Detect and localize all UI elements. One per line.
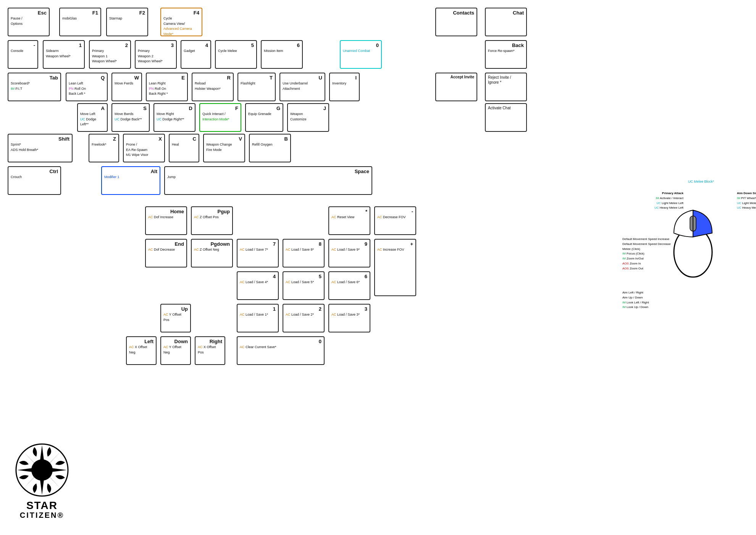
key-desc-g: Equip Grenade xyxy=(248,112,271,116)
key-space[interactable]: Space Jump xyxy=(164,166,372,195)
key-j[interactable]: J WeaponCustomize xyxy=(287,103,329,132)
key-reject-invite[interactable]: Reject Invite /Ignore * xyxy=(485,73,527,101)
key-desc-x: Prone /EA Re-SpawnM1 Wipe Visor xyxy=(126,143,148,157)
logo-text-citizen: CITIZEN® xyxy=(8,511,76,520)
key-6[interactable]: 6 Mission Item xyxy=(261,40,303,69)
key-np1[interactable]: 1 AC Load / Save 1* xyxy=(237,304,279,332)
key-a[interactable]: A Move LeftUC Dodge Left** xyxy=(77,103,108,132)
key-label-home: Home xyxy=(148,209,184,214)
key-desc-esc: Pause /Options xyxy=(11,16,23,26)
key-np-star[interactable]: * AC Reset View xyxy=(328,206,370,235)
key-1[interactable]: 1 SidearmWeapon Wheel* xyxy=(43,40,85,69)
key-chat[interactable]: Chat xyxy=(485,8,527,36)
key-backtick[interactable]: - Console xyxy=(8,40,38,69)
key-home[interactable]: Home AC Dof Increase xyxy=(145,206,187,235)
key-np2[interactable]: 2 AC Load / Save 2* xyxy=(283,304,325,332)
key-accept-invite[interactable]: Accept Invite xyxy=(435,73,477,101)
key-b[interactable]: B Refill Oxygen xyxy=(249,134,291,162)
svg-marker-5 xyxy=(39,445,45,466)
key-q[interactable]: Q Lean LeftPN Roll OnBack Left * xyxy=(66,73,108,101)
key-5[interactable]: 5 Cycle Melee xyxy=(215,40,257,69)
key-np-plus[interactable]: + AC Increase FOV xyxy=(374,239,416,296)
key-s[interactable]: S Move BwrdsUC Dodge Back** xyxy=(111,103,150,132)
key-np8[interactable]: 8 AC Load / Save 8* xyxy=(283,239,325,268)
key-3[interactable]: 3 PrimaryWeapon 2Weapon Wheel* xyxy=(135,40,177,69)
key-f2[interactable]: F2 Starmap xyxy=(106,8,148,36)
key-label-a: A xyxy=(80,105,105,111)
key-label-g: G xyxy=(248,105,280,111)
key-desc-np1: AC Load / Save 1* xyxy=(240,313,268,316)
key-u[interactable]: U Use UnderbarrelAttachment xyxy=(279,73,325,101)
key-label-np8: 8 xyxy=(286,241,321,247)
key-down[interactable]: Down AC Y Offset Neg xyxy=(160,336,191,365)
key-back[interactable]: Back Force Re-spawn* xyxy=(485,40,527,69)
key-np-minus[interactable]: - AC Decrease FOV xyxy=(374,206,416,235)
key-np7[interactable]: 7 AC Load / Save 7* xyxy=(237,239,279,268)
key-activate-chat[interactable]: Activate Chat xyxy=(485,103,527,132)
mouse-labels-left: Primary Attack IM Activate / Interact UC… xyxy=(622,191,683,211)
key-alt[interactable]: Alt Modifier 1 xyxy=(101,166,160,195)
key-np3[interactable]: 3 AC Load / Save 3* xyxy=(328,304,370,332)
key-e[interactable]: E Lean RightPN Roll OnBack Right * xyxy=(146,73,188,101)
key-end[interactable]: End AC Dof Decrease xyxy=(145,239,187,268)
key-desc-q: Lean LeftPN Roll OnBack Left * xyxy=(69,81,86,96)
key-label-back: Back xyxy=(488,42,524,48)
key-i[interactable]: I Inventory xyxy=(329,73,360,101)
key-desc-np0: AC Clear Current Save* xyxy=(240,345,276,349)
key-label-x: X xyxy=(126,136,162,142)
key-np9[interactable]: 9 AC Load / Save 9* xyxy=(328,239,370,268)
key-c[interactable]: C Heal xyxy=(169,134,199,162)
key-x[interactable]: X Prone /EA Re-SpawnM1 Wipe Visor xyxy=(123,134,165,162)
key-up[interactable]: Up AC Y Offset Pos xyxy=(160,304,191,332)
key-pgup[interactable]: Pgup AC Z Offset Pos xyxy=(191,206,233,235)
key-desc-f1: mobiGlas xyxy=(62,16,77,20)
key-f4[interactable]: F4 CycleCamera View/Advanced CameraMode* xyxy=(160,8,202,36)
key-label-c: C xyxy=(172,136,196,142)
key-0[interactable]: 0 Unarmed Combat xyxy=(340,40,382,69)
key-label-b: B xyxy=(252,136,288,142)
key-np0[interactable]: 0 AC Clear Current Save* xyxy=(237,336,325,365)
key-tab[interactable]: Tab Scoreboard*IM P.I.T xyxy=(8,73,61,101)
key-left[interactable]: Left AC X Offset Neg xyxy=(126,336,157,365)
key-t[interactable]: T Flashlight xyxy=(237,73,276,101)
key-contacts[interactable]: Contacts xyxy=(435,8,477,36)
key-4[interactable]: 4 Gadget xyxy=(181,40,211,69)
mouse-scroll-labels: Default Movement Speed Increase Default … xyxy=(622,237,737,271)
key-shift[interactable]: Shift Sprint*ADS Hold Breath* xyxy=(8,134,73,162)
key-right[interactable]: Right AC X Offset Pos xyxy=(195,336,225,365)
key-pgdn[interactable]: Pgdown AC Z Offset Neg xyxy=(191,239,233,268)
key-label-j: J xyxy=(290,105,326,111)
key-label-left: Left xyxy=(129,339,153,344)
key-esc[interactable]: Esc Pause /Options xyxy=(8,8,50,36)
key-z[interactable]: Z Freelook* xyxy=(89,134,119,162)
key-d[interactable]: D Move RightUC Dodge Right** xyxy=(153,103,195,132)
key-desc-6: Mission Item xyxy=(264,49,283,53)
key-label-end: End xyxy=(148,241,184,247)
key-desc-backtick: Console xyxy=(11,49,23,53)
key-v[interactable]: V Weapon ChangeFire Mode xyxy=(203,134,245,162)
key-label-z: Z xyxy=(92,136,116,142)
key-r[interactable]: R ReloadHolster Weapon* xyxy=(192,73,234,101)
key-label-2: 2 xyxy=(92,42,128,48)
key-desc-np2: AC Load / Save 2* xyxy=(286,313,314,316)
key-ctrl[interactable]: Ctrl Crouch xyxy=(8,166,61,195)
key-2[interactable]: 2 PrimaryWeapon 1Weapon Wheel* xyxy=(89,40,131,69)
key-f[interactable]: F Quick Interact /Interaction Mode* xyxy=(199,103,241,132)
key-desc-f: Quick Interact /Interaction Mode* xyxy=(202,112,229,121)
key-desc-j: WeaponCustomize xyxy=(290,112,307,121)
key-f1[interactable]: F1 mobiGlas xyxy=(59,8,101,36)
key-np6[interactable]: 6 AC Load / Save 6* xyxy=(328,271,370,300)
svg-marker-6 xyxy=(39,474,45,495)
key-w[interactable]: W Move Fwrds xyxy=(111,73,142,101)
logo-emblem xyxy=(13,441,71,499)
key-desc-reject: Reject Invite /Ignore * xyxy=(488,75,511,84)
mouse-diagram: UC Melee Block* Primary Attack IM Activa… xyxy=(630,191,737,280)
key-np4[interactable]: 4 AC Load / Save 4* xyxy=(237,271,279,300)
key-desc-w: Move Fwrds xyxy=(115,81,133,85)
key-label-d: D xyxy=(157,105,192,111)
key-g[interactable]: G Equip Grenade xyxy=(245,103,283,132)
key-np5[interactable]: 5 AC Load / Save 5* xyxy=(283,271,325,300)
key-desc-s: Move BwrdsUC Dodge Back** xyxy=(115,112,142,121)
key-label-np4: 4 xyxy=(240,274,276,279)
key-label-v: V xyxy=(206,136,242,142)
